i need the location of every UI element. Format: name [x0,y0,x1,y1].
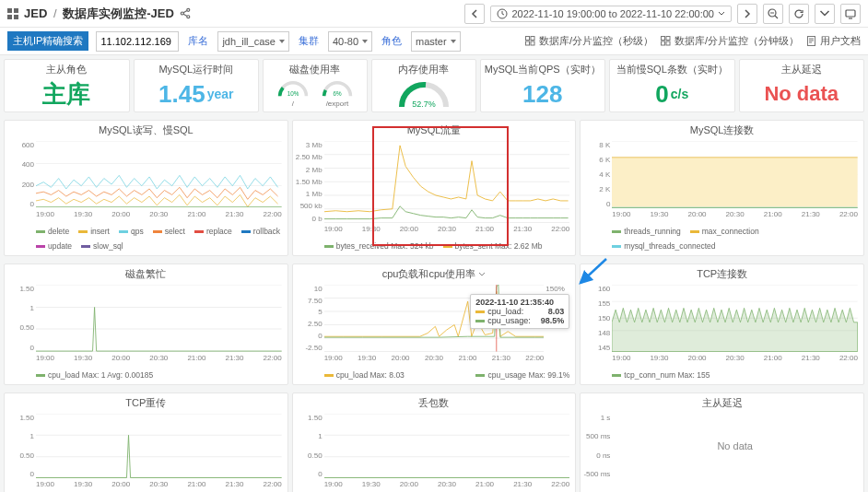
chart-body[interactable]: 1 s500 ms0 ns-500 ms No data [581,410,863,492]
tv-mode-button[interactable] [840,4,861,24]
svg-rect-11 [531,37,534,41]
chart-legend[interactable]: cpu_load Max: 8.03 cpu_usage Max: 99.1% [293,369,576,384]
breadcrumb-root[interactable]: JED [24,6,47,20]
time-range-text: 2022-11-10 19:00:00 to 2022-11-10 22:00:… [511,8,714,19]
svg-rect-16 [661,41,664,45]
panel-title: 内存使用率 [372,60,475,76]
panel-title: 主从延迟 [581,393,863,410]
panel-disk-usage[interactable]: 磁盘使用率 10% / 6% /export [263,59,368,112]
filter-bar: 主机IP精确搜索 库名 jdh_ill_case 集群 40-80 角色 mas… [0,28,868,55]
stat-slow-unit: c/s [671,87,688,101]
breadcrumb[interactable]: JED / 数据库实例监控-JED [24,6,174,22]
db-select[interactable]: jdh_ill_case [217,31,288,52]
chart-body[interactable]: 3 Mb2.50 Mb2 Mb1.50 Mb1 Mb500 kb0 b 19:0… [293,137,576,240]
stat-qps-value: 128 [522,80,562,109]
stat-role-value: 主库 [42,78,90,111]
chart-body[interactable]: 1.5010.500 19:0019:3020:0020:3021:0021:3… [293,410,576,492]
panel-mem-usage[interactable]: 内存使用率 52.7% [371,59,476,112]
gauge-disk-root: 10% / [276,79,311,108]
chevron-down-icon [718,10,725,18]
panel-slow-sql[interactable]: 当前慢SQL条数（实时） 0 c/s [609,59,735,112]
share-icon[interactable] [180,7,192,19]
cluster-select[interactable]: 40-80 [328,31,372,52]
db-label: 库名 [186,34,210,48]
panel-packet-loss[interactable]: 丢包数 1.5010.500 19:0019:3020:0020:3021:00… [292,392,577,492]
panel-title: cpu负载和cpu使用率 [293,264,576,281]
panel-tcp-connections[interactable]: TCP连接数 160155150148145 19:0019:3020:0020… [580,264,864,385]
svg-rect-14 [661,37,664,41]
panel-tcp-retrans[interactable]: TCP重传 1.5010.500 19:0019:3020:0020:3021:… [4,392,288,492]
link-docs[interactable]: 用户文档 [806,34,861,48]
panel-uptime[interactable]: MySQL运行时间 1.45 year [134,59,260,112]
panel-mysql-connections[interactable]: MySQL连接数 8 K6 K4 K2 K0 19:0019:3020:0020… [580,120,864,256]
panel-replication-lag[interactable]: 主从延迟 1 s500 ms0 ns-500 ms No data [580,392,864,492]
chart-legend[interactable]: tcp_conn_num Max: 155 [581,369,863,384]
chart-body[interactable]: 6004002000 19:0019:3020:0020:3021:0021:3… [5,137,287,225]
svg-rect-38 [612,158,858,208]
panel-role[interactable]: 主从角色 主库 [4,59,130,112]
panel-title: 磁盘繁忙 [5,264,287,281]
breadcrumb-page[interactable]: 数据库实例监控-JED [63,6,174,20]
svg-rect-13 [531,41,534,45]
cluster-label: 集群 [297,34,321,48]
stat-uptime-unit: year [207,87,234,101]
refresh-button[interactable] [789,4,809,24]
panel-mysql-traffic[interactable]: MySQL流量 3 Mb2.50 Mb2 Mb1.50 Mb1 Mb500 kb… [292,120,577,256]
chevron-down-icon [478,271,486,278]
svg-rect-3 [14,15,18,19]
gauge-mem: 52.7% [396,76,452,113]
chart-body[interactable]: 1.5010.500 19:0019:3020:0020:3021:0021:3… [5,281,287,369]
nodata-text: No data [717,440,753,451]
chart-legend[interactable]: bytes_received Max: 524 kb bytes_sent Ma… [293,240,576,255]
chart-legend[interactable]: deleteinsertqpsselectreplacerollbackupda… [5,225,287,255]
link-shard-min[interactable]: 数据库/分片监控（分钟级） [661,34,799,48]
chart-body[interactable]: 8 K6 K4 K2 K0 19:0019:3020:0020:3021:002… [581,137,863,225]
role-label: 角色 [380,34,404,48]
chart-body[interactable]: 160155150148145 19:0019:3020:0020:3021:0… [581,281,863,369]
panel-title: MySQL连接数 [581,121,863,137]
panel-disk-busy[interactable]: 磁盘繁忙 1.5010.500 19:0019:3020:0020:3021:0… [4,264,288,385]
chart-tooltip: 2022-11-10 21:35:40 cpu_load:8.03 cpu_us… [470,294,569,329]
svg-rect-1 [14,8,18,13]
panel-title: TCP重传 [5,393,287,410]
panel-title: MySQL当前QPS（实时） [481,60,605,76]
panel-title: MySQL读写、慢SQL [5,121,287,137]
page-header: JED / 数据库实例监控-JED 2022-11-10 19:00:00 to… [0,0,868,28]
gauge-disk-export: 6% /export [320,79,355,108]
panel-lag-rt[interactable]: 主从延迟 No data [739,59,865,112]
svg-text:6%: 6% [333,90,342,97]
stat-lag-value: No data [764,82,839,106]
host-search-label: 主机IP精确搜索 [7,31,88,51]
svg-text:52.7%: 52.7% [412,100,436,109]
panel-title: 丢包数 [293,393,576,410]
panel-qps[interactable]: MySQL当前QPS（实时） 128 [480,59,606,112]
panel-mysql-rw-slow[interactable]: MySQL读写、慢SQL 6004002000 19:0019:3020:002… [4,120,288,256]
time-range-picker[interactable]: 2022-11-10 19:00:00 to 2022-11-10 22:00:… [490,6,732,22]
svg-rect-2 [7,15,12,19]
chart-legend[interactable]: threads_runningmax_connectionmysql_threa… [581,225,863,255]
dashboards-icon[interactable] [7,8,18,19]
panel-title: 主从角色 [5,60,129,76]
host-ip-input[interactable] [96,31,179,52]
panel-cpu-load-usage[interactable]: cpu负载和cpu使用率 107.5052.500-2.50 150% 19:0… [292,264,577,385]
svg-rect-17 [666,41,670,45]
time-forward-button[interactable] [737,4,757,24]
svg-rect-15 [666,37,670,41]
svg-rect-10 [525,37,529,41]
role-select[interactable]: master [411,31,461,52]
svg-point-6 [187,16,190,18]
panel-title: 磁盘使用率 [264,60,367,76]
zoom-out-button[interactable] [763,4,783,24]
svg-point-4 [181,12,183,15]
svg-rect-12 [525,41,529,45]
svg-rect-9 [846,10,855,17]
panel-title: 主从延迟 [740,60,864,76]
time-back-button[interactable] [464,4,485,24]
chart-legend[interactable]: cpu_load Max: 1 Avg: 0.00185 [5,369,287,384]
svg-rect-0 [7,8,12,13]
refresh-interval-dropdown[interactable] [815,4,835,24]
panel-title: MySQL流量 [293,121,576,137]
link-shard-sec[interactable]: 数据库/分片监控（秒级） [525,34,653,48]
panel-title: 当前慢SQL条数（实时） [610,60,734,76]
chart-body[interactable]: 1.5010.500 19:0019:3020:0020:3021:0021:3… [5,410,287,492]
